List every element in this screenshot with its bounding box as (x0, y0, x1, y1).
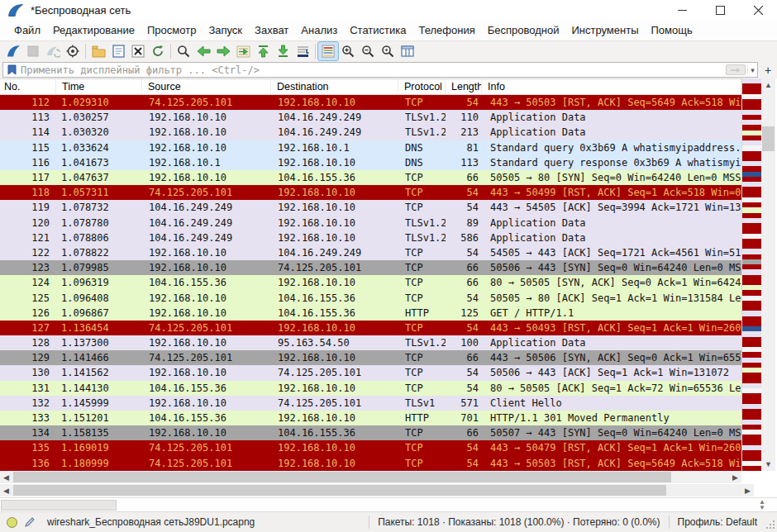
menu-item-просмотр[interactable]: Просмотр (141, 21, 202, 39)
menu-item-помощь[interactable]: Помощь (646, 21, 698, 39)
capture-options-icon[interactable] (63, 42, 83, 60)
scroll-down-icon[interactable]: ▼ (761, 458, 775, 471)
packet-row[interactable]: 1321.145999192.168.10.1074.125.205.101TL… (0, 396, 741, 411)
scroll-left-icon[interactable]: ◀ (0, 484, 12, 496)
column-header-protocol[interactable]: Protocol (398, 79, 446, 94)
column-header-destination[interactable]: Destination (271, 79, 398, 94)
packet-row[interactable]: 1231.079985192.168.10.1074.125.205.101TC… (0, 260, 741, 275)
packet-cell: 192.168.10.10 (271, 97, 398, 108)
go-top-icon[interactable] (253, 42, 273, 60)
packet-row[interactable]: 1211.078806104.16.249.249192.168.10.10TL… (0, 230, 741, 245)
close-file-icon[interactable] (128, 42, 148, 60)
resize-columns-icon[interactable] (398, 42, 417, 60)
close-window-button[interactable] (739, 0, 777, 20)
horizontal-scroll-thumb[interactable] (13, 485, 666, 496)
pane-splitter-handle[interactable] (1, 500, 117, 511)
packet-row[interactable]: 1331.151201104.16.155.36192.168.10.10HTT… (0, 411, 741, 425)
go-back-icon[interactable] (193, 42, 213, 60)
zoom-in-icon[interactable] (338, 42, 358, 60)
intelligent-scrollbar-minimap[interactable] (741, 78, 761, 471)
packet-row[interactable]: 1271.13645474.125.205.101192.168.10.10TC… (0, 321, 741, 335)
menu-item-анализ[interactable]: Анализ (295, 21, 343, 39)
packet-cell: 100 (446, 337, 482, 349)
scroll-right-icon[interactable]: ▶ (741, 484, 754, 496)
column-header-length[interactable]: Length (446, 79, 482, 94)
menu-item-файл[interactable]: Файл (8, 21, 46, 39)
packet-cell: 104.16.249.249 (271, 126, 398, 138)
packet-row[interactable]: 1171.047637192.168.10.10104.16.155.36TCP… (0, 170, 741, 185)
packet-row[interactable]: 1301.141562192.168.10.1074.125.205.101TC… (0, 365, 741, 380)
packet-row[interactable]: 1261.096867192.168.10.10104.16.155.36HTT… (0, 306, 741, 321)
expert-info-icon[interactable] (7, 517, 17, 528)
menu-item-телефония[interactable]: Телефония (412, 21, 480, 39)
pane-spinner-icon[interactable]: ▲▼ (759, 499, 765, 511)
packet-row[interactable]: 1311.144130104.16.155.36192.168.10.10TCP… (0, 381, 741, 396)
packet-row[interactable]: 1151.033624192.168.10.10192.168.10.1DNS8… (0, 140, 741, 155)
menu-item-беспроводной[interactable]: Беспроводной (482, 21, 565, 39)
go-bottom-icon[interactable] (273, 42, 293, 60)
packet-cell: 1.145999 (56, 397, 142, 409)
vertical-scroll-thumb[interactable] (762, 126, 775, 151)
filter-dropdown-icon[interactable]: ▾ (747, 66, 757, 74)
start-capture-fin-icon[interactable] (3, 42, 23, 60)
menu-item-запуск[interactable]: Запуск (203, 21, 248, 39)
packet-row[interactable]: 1281.137300192.168.10.1095.163.54.50TLSv… (0, 335, 741, 350)
vertical-scrollbar[interactable]: ▲ ▼ (761, 78, 775, 471)
column-header-info[interactable]: Info (482, 79, 741, 94)
packet-row[interactable]: 1351.16901974.125.205.101192.168.10.10TC… (0, 440, 741, 455)
open-file-icon[interactable] (88, 42, 108, 60)
packet-row[interactable]: 1341.158135192.168.10.10104.16.155.36TCP… (0, 425, 741, 440)
scroll-left-icon[interactable]: ◀ (0, 471, 12, 483)
packet-row[interactable]: 1121.02931074.125.205.101192.168.10.10TC… (0, 95, 741, 110)
packet-row[interactable]: 1221.078822192.168.10.10104.16.249.249TC… (0, 245, 741, 260)
packet-row[interactable]: 1361.18099974.125.205.101192.168.10.10TC… (0, 456, 741, 471)
minimize-button[interactable] (663, 0, 701, 20)
find-packet-icon[interactable] (174, 42, 193, 60)
packet-cell: 104.16.249.249 (271, 112, 398, 123)
go-forward-icon[interactable] (213, 42, 233, 60)
zoom-reset-icon[interactable] (378, 42, 398, 60)
go-to-packet-icon[interactable] (233, 42, 253, 60)
colorize-icon[interactable] (318, 42, 338, 60)
packet-cell: 192.168.10.10 (142, 292, 271, 304)
horizontal-scrollbar-list[interactable]: ◀ ▶ (0, 471, 741, 483)
packet-row[interactable]: 1191.078732104.16.249.249192.168.10.10TC… (0, 200, 741, 215)
packet-cell: 54 (446, 382, 482, 394)
auto-scroll-icon[interactable] (293, 42, 312, 60)
scroll-up-icon[interactable]: ▲ (761, 78, 775, 92)
packet-row[interactable]: 1181.05731174.125.205.101192.168.10.10TC… (0, 185, 741, 200)
filter-bookmark-icon[interactable] (7, 64, 17, 75)
reload-icon[interactable] (148, 42, 168, 60)
capture-comment-pencil-icon[interactable] (24, 516, 36, 528)
horizontal-scroll-thumb[interactable] (13, 472, 671, 482)
packet-row[interactable]: 1201.078780104.16.249.249192.168.10.10TL… (0, 216, 741, 230)
display-filter-input[interactable] (21, 64, 726, 77)
wireshark-logo-icon (7, 3, 24, 17)
packet-list-header[interactable]: No.TimeSourceDestinationProtocolLengthIn… (0, 78, 741, 95)
menu-item-захват[interactable]: Захват (249, 21, 294, 39)
packet-row[interactable]: 1241.096319104.16.155.36192.168.10.10TCP… (0, 275, 741, 290)
scroll-right-icon[interactable]: ▶ (729, 471, 741, 483)
resize-grip[interactable] (765, 520, 775, 530)
menu-item-статистика[interactable]: Статистика (344, 21, 412, 39)
stop-capture-icon[interactable] (23, 42, 43, 60)
profile-label[interactable]: Профиль: Default (669, 515, 766, 530)
packet-row[interactable]: 1161.041673192.168.10.1192.168.10.10DNS1… (0, 155, 741, 170)
column-header-time[interactable]: Time (56, 79, 142, 94)
column-header-no[interactable]: No. (0, 79, 56, 94)
maximize-button[interactable] (701, 0, 739, 20)
packet-row[interactable]: 1251.096408192.168.10.10104.16.155.36TCP… (0, 290, 741, 305)
horizontal-scrollbar-secondary[interactable]: ◀ ▶ (0, 484, 754, 496)
zoom-out-icon[interactable] (358, 42, 378, 60)
menu-item-редактирование[interactable]: Редактирование (47, 21, 141, 39)
column-header-source[interactable]: Source (142, 79, 271, 94)
restart-capture-icon[interactable] (43, 42, 63, 60)
packet-row[interactable]: 1131.030257192.168.10.10104.16.249.249TL… (0, 110, 741, 125)
packet-cell: 192.168.10.10 (142, 142, 271, 154)
packet-row[interactable]: 1291.14146674.125.205.101192.168.10.10TC… (0, 350, 741, 365)
add-filter-button[interactable]: + (761, 63, 775, 77)
apply-filter-icon[interactable] (726, 64, 746, 75)
menu-item-инструменты[interactable]: Инструменты (565, 21, 644, 39)
save-file-icon[interactable] (108, 42, 128, 60)
packet-row[interactable]: 1141.030320192.168.10.10104.16.249.249TL… (0, 125, 741, 140)
